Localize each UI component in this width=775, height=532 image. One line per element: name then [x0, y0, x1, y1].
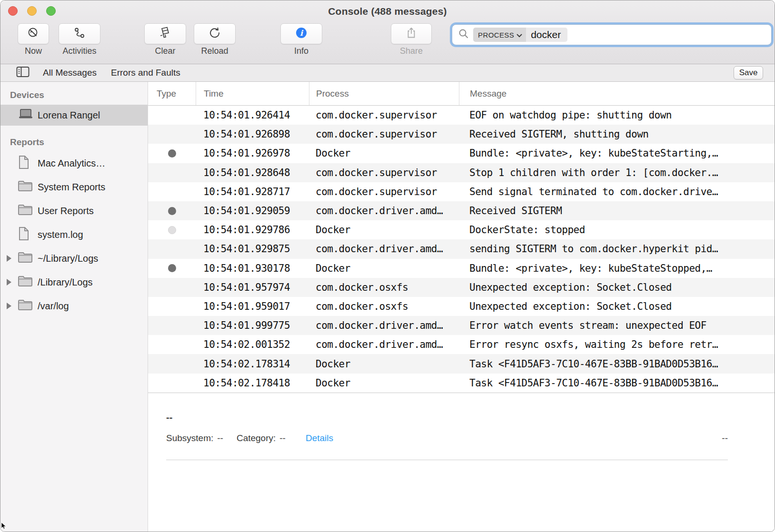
info-label: Info [279, 46, 323, 56]
sidebar-item-mac-analytics-[interactable]: Mac Analytics… [0, 151, 148, 175]
sidebar-item--library-logs[interactable]: /Library/Logs [0, 270, 148, 294]
window-title: Console (488 messages) [0, 0, 775, 21]
details-link[interactable]: Details [306, 433, 333, 443]
sidebar-item-label: /Library/Logs [38, 277, 93, 288]
reload-button[interactable]: Reload [193, 23, 237, 56]
column-header-type[interactable]: Type [148, 82, 196, 105]
sidebar-toggle-icon [16, 66, 30, 79]
message-cell: Error watch events stream: unexpected EO… [459, 320, 775, 331]
table-row[interactable]: 10:54:02.178418DockerTask <F41D5AF3-7C10… [148, 374, 775, 393]
column-header-time[interactable]: Time [196, 82, 309, 105]
detail-divider [166, 460, 728, 460]
message-cell: Unexpected exception: Socket.Closed [459, 282, 775, 293]
message-cell: Unexpected exception: Socket.Closed [459, 301, 775, 312]
sidebar-section-devices: Devices [0, 86, 148, 105]
info-button[interactable]: i Info [279, 23, 323, 56]
time-cell: 10:54:01.929875 [196, 243, 309, 255]
filter-bar: All Messages Errors and Faults Save [0, 64, 775, 82]
time-cell: 10:54:01.929786 [196, 224, 309, 236]
share-label: Share [390, 46, 433, 56]
table-row[interactable]: 10:54:01.928717com.docker.supervisorSend… [148, 182, 775, 201]
table-row[interactable]: 10:54:01.928648com.docker.supervisorStop… [148, 163, 775, 182]
table-row[interactable]: 10:54:01.930178DockerBundle: <private>, … [148, 259, 775, 278]
save-button[interactable]: Save [734, 66, 763, 79]
type-dot-light-icon [168, 226, 176, 234]
console-window: Console (488 messages) Now Activities Cl… [0, 0, 775, 532]
reload-label: Reload [193, 46, 237, 56]
sidebar-item--library-logs[interactable]: ~/Library/Logs [0, 246, 148, 270]
time-cell: 10:54:01.957974 [196, 282, 309, 293]
message-cell: EOF on watchdog pipe: shutting down [459, 109, 775, 121]
subsystem-label: Subsystem: [166, 433, 213, 443]
toolbar: Now Activities Clear Reload i Info [0, 21, 775, 64]
share-button: Share [390, 23, 433, 56]
category-value: -- [279, 433, 286, 443]
table-row[interactable]: 10:54:01.959017com.docker.osxfsUnexpecte… [148, 297, 775, 316]
now-icon [27, 26, 40, 41]
time-cell: 10:54:01.928717 [196, 186, 309, 197]
sidebar-item-system-reports[interactable]: System Reports [0, 175, 148, 199]
process-cell: com.docker.supervisor [309, 167, 459, 178]
filter-all-messages[interactable]: All Messages [43, 68, 97, 78]
chevron-down-icon [517, 31, 522, 39]
sidebar-item-label: User Reports [38, 206, 94, 217]
type-dot-icon [168, 264, 176, 272]
table-row[interactable]: 10:54:01.926978DockerBundle: <private>, … [148, 144, 775, 163]
folder-icon [18, 180, 33, 195]
sidebar-item--var-log[interactable]: /var/log [0, 294, 148, 318]
titlebar: Console (488 messages) [0, 0, 775, 21]
time-cell: 10:54:01.926898 [196, 128, 309, 140]
table-row[interactable]: 10:54:01.929875com.docker.driver.amd…sen… [148, 239, 775, 258]
column-header-message[interactable]: Message [459, 82, 775, 105]
message-cell: Received SIGTERM, shutting down [459, 128, 775, 140]
activities-button[interactable]: Activities [57, 23, 102, 56]
category-label: Category: [237, 433, 276, 443]
sidebar-item-system-log[interactable]: system.log [0, 223, 148, 246]
disclosure-triangle-icon[interactable] [7, 279, 11, 286]
filter-errors-and-faults[interactable]: Errors and Faults [111, 68, 180, 78]
now-button[interactable]: Now [15, 23, 52, 56]
time-cell: 10:54:02.178418 [196, 377, 309, 389]
sidebar-item-label: Mac Analytics… [38, 158, 105, 169]
search-field[interactable]: PROCESS docker [452, 24, 772, 45]
message-cell: DockerState: stopped [459, 224, 775, 236]
table-row[interactable]: 10:54:01.929786DockerDockerState: stoppe… [148, 220, 775, 239]
sidebar-toggle-button[interactable] [16, 66, 30, 79]
sidebar-section-reports: Reports [0, 133, 148, 151]
process-cell: com.docker.supervisor [309, 186, 459, 197]
table-row[interactable]: 10:54:01.999775com.docker.driver.amd…Err… [148, 316, 775, 335]
disclosure-triangle-icon[interactable] [7, 303, 11, 309]
detail-right-value: -- [722, 433, 728, 443]
process-cell: com.docker.driver.amd… [309, 339, 459, 350]
search-filter-token[interactable]: PROCESS [473, 28, 526, 42]
search-input-value: docker [526, 28, 567, 42]
process-cell: Docker [309, 263, 459, 274]
column-header-process[interactable]: Process [309, 82, 459, 105]
clear-button[interactable]: Clear [143, 23, 187, 56]
now-label: Now [15, 46, 52, 56]
laptop-icon [18, 108, 34, 122]
sidebar-item-label: System Reports [38, 182, 105, 193]
sidebar-item-label: system.log [38, 229, 83, 240]
disclosure-triangle-icon[interactable] [7, 255, 11, 262]
sidebar-item-user-reports[interactable]: User Reports [0, 199, 148, 223]
sidebar-item-lorena-rangel[interactable]: Lorena Rangel [0, 105, 148, 126]
process-cell: Docker [309, 148, 459, 159]
detail-pane: -- Subsystem: -- Category: -- Details -- [148, 393, 775, 532]
document-icon [18, 155, 30, 172]
table-row[interactable]: 10:54:01.929059com.docker.driver.amd…Rec… [148, 201, 775, 220]
table-row[interactable]: 10:54:02.001352com.docker.driver.amd…Err… [148, 335, 775, 354]
table-row[interactable]: 10:54:01.926898com.docker.supervisorRece… [148, 125, 775, 144]
message-cell: Error resync osxfs, waiting 2s before re… [459, 339, 775, 350]
table-row[interactable]: 10:54:02.178314DockerTask <F41D5AF3-7C10… [148, 354, 775, 373]
table-row[interactable]: 10:54:01.926414com.docker.supervisorEOF … [148, 106, 775, 125]
subsystem-value: -- [217, 433, 223, 443]
table-row[interactable]: 10:54:01.957974com.docker.osxfsUnexpecte… [148, 278, 775, 297]
message-cell: Send signal terminated to com.docker.dri… [459, 186, 775, 197]
clear-icon [158, 26, 172, 42]
detail-message: -- [166, 412, 172, 423]
message-cell: Stop 1 children with order 1: [com.docke… [459, 167, 775, 178]
type-dot-icon [168, 149, 176, 158]
info-icon: i [295, 26, 308, 41]
mouse-cursor [1, 522, 6, 531]
